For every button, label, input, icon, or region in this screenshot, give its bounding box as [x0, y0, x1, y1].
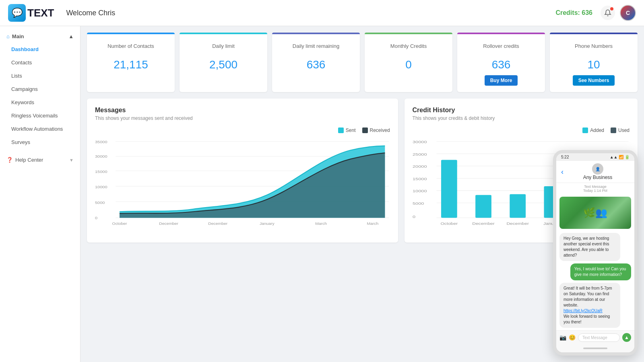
stat-card-monthly: Monthly Credits 0 [365, 33, 452, 92]
legend-used-label: Used [618, 128, 630, 133]
stat-value-monthly: 0 [369, 58, 448, 71]
header-icons: C [601, 5, 636, 21]
sidebar-item-ringless[interactable]: Ringless Voicemails [0, 109, 80, 122]
legend-sent-dot [338, 128, 344, 133]
svg-text:30000: 30000 [95, 154, 107, 158]
credit-chart-subtitle: This shows your credits & debit history [413, 115, 630, 121]
legend-used: Used [611, 128, 630, 133]
sidebar-item-label: Lists [11, 73, 22, 79]
stat-card-contacts: Number of Contacts 21,115 [87, 33, 175, 92]
stat-card-rollover: Rollover credits 636 Buy More [457, 33, 545, 92]
phone-contact-avatar: 👤 [592, 163, 603, 175]
sidebar-item-contacts[interactable]: Contacts [0, 56, 80, 69]
svg-text:0: 0 [413, 214, 415, 218]
phone-text-input[interactable]: Text Message [578, 333, 620, 342]
svg-text:December: December [159, 222, 179, 226]
stat-card-daily-limit: Daily limit 2,500 [180, 33, 267, 92]
phone-nav: ‹ 👤 Any Business [556, 161, 634, 183]
sidebar-main-section[interactable]: ⌂ Main ▲ [0, 30, 80, 43]
stat-label-daily-limit: Daily limit [184, 39, 262, 53]
messages-chart-area: 35000 30000 15000 10000 5000 0 [95, 138, 390, 234]
phone-input-row: 📷 😊 Text Message ▲ [556, 330, 634, 344]
sidebar-item-label: Workflow Automations [11, 126, 63, 132]
svg-text:10000: 10000 [95, 185, 107, 189]
messages-chart-subtitle: This shows your messages sent and receiv… [95, 115, 390, 121]
credits-display: Credits: 636 [555, 9, 592, 16]
svg-text:March: March [367, 222, 378, 226]
legend-received-dot [362, 128, 368, 133]
header: TEXT Welcome Chris Credits: 636 C [0, 0, 644, 26]
stat-cards-grid: Number of Contacts 21,115 Daily limit 2,… [87, 33, 638, 92]
sidebar-help[interactable]: ❓ Help Center ▼ [0, 153, 80, 167]
sidebar-main-label: Main [12, 33, 24, 39]
phone-send-button[interactable]: ▲ [622, 333, 631, 342]
phone-bubble-2: Yes, I would love to! Can you give me mo… [570, 263, 631, 280]
svg-text:5000: 5000 [95, 200, 105, 204]
legend-received-label: Received [370, 128, 390, 133]
messages-chart-title: Messages [95, 107, 390, 114]
sidebar-item-dashboard[interactable]: Dashboard [0, 43, 80, 56]
bar-oct-added [441, 160, 457, 218]
credit-chart-title: Credit History [413, 107, 630, 114]
notification-icon[interactable] [601, 6, 615, 20]
phone-back-button[interactable]: ‹ [561, 168, 564, 176]
phone-mockup: 5:22 ▲▲ 📶 🔋 ‹ 👤 Any Business Text Messag… [553, 150, 638, 356]
sidebar-item-label: Keywords [11, 99, 34, 105]
svg-text:March: March [315, 222, 327, 226]
svg-text:October: October [440, 221, 458, 225]
phone-input-placeholder: Text Message [582, 335, 607, 340]
sidebar-item-workflow[interactable]: Workflow Automations [0, 122, 80, 136]
stat-value-daily-remaining: 636 [277, 58, 355, 71]
phone-camera-icon[interactable]: 📷 [559, 334, 566, 341]
sidebar-item-surveys[interactable]: Surveys [0, 136, 80, 149]
see-numbers-button[interactable]: See Numbers [573, 75, 615, 86]
sidebar-item-label: Ringless Voicemails [11, 113, 58, 119]
credit-chart-legend: Added Used [413, 128, 630, 133]
svg-text:30000: 30000 [413, 140, 427, 144]
legend-received: Received [362, 128, 390, 133]
phone-bubble-1: Hey Greg, we are hosting another special… [559, 233, 620, 261]
welcome-text: Welcome Chris [66, 9, 555, 17]
stat-label-monthly: Monthly Credits [369, 39, 448, 53]
received-area [120, 153, 385, 218]
sidebar: ⌂ Main ▲ Dashboard Contacts Lists Campai… [0, 26, 80, 362]
messages-chart-legend: Sent Received [95, 128, 390, 133]
sidebar-item-keywords[interactable]: Keywords [0, 96, 80, 109]
messages-chart-svg: 35000 30000 15000 10000 5000 0 [95, 138, 390, 234]
buy-more-button[interactable]: Buy More [485, 75, 518, 86]
legend-added-label: Added [590, 128, 604, 133]
stat-label-phone-numbers: Phone Numbers [555, 39, 633, 53]
phone-emoji-icon[interactable]: 😊 [569, 334, 576, 341]
sidebar-item-label: Dashboard [11, 46, 39, 52]
user-avatar[interactable]: C [620, 5, 636, 21]
svg-text:December: December [506, 221, 529, 225]
svg-text:15000: 15000 [95, 170, 107, 174]
stat-value-phone-numbers: 10 [555, 58, 633, 71]
phone-message-label: Text Message Today 1:14 PM [556, 183, 634, 194]
stat-label-daily-remaining: Daily limit remaining [277, 39, 355, 53]
legend-added-dot [582, 128, 588, 133]
phone-status-bar: 5:22 ▲▲ 📶 🔋 [556, 153, 634, 161]
svg-text:35000: 35000 [95, 140, 107, 144]
messages-chart-card: Messages This shows your messages sent a… [87, 99, 398, 243]
sidebar-item-lists[interactable]: Lists [0, 69, 80, 82]
phone-signals: ▲▲ 📶 🔋 [610, 155, 630, 159]
home-icon: ⌂ [6, 33, 10, 39]
phone-messages-area: Hey Greg, we are hosting another special… [556, 194, 634, 330]
legend-sent-label: Sent [346, 128, 356, 133]
phone-event-image [559, 197, 631, 229]
svg-text:15000: 15000 [413, 177, 427, 181]
sidebar-item-campaigns[interactable]: Campaigns [0, 82, 80, 96]
stat-value-rollover: 636 [462, 58, 540, 71]
phone-link[interactable]: https://bit.ly/2kcOUaR [564, 309, 603, 313]
svg-text:December: December [208, 222, 228, 226]
bar-dec2-added [510, 194, 526, 218]
help-icon: ❓ [6, 157, 13, 163]
legend-added: Added [582, 128, 604, 133]
main-layout: ⌂ Main ▲ Dashboard Contacts Lists Campai… [0, 26, 644, 362]
logo-text: TEXT [27, 7, 54, 19]
svg-text:25000: 25000 [413, 152, 427, 156]
stat-value-contacts: 21,115 [92, 58, 170, 71]
svg-text:20000: 20000 [413, 165, 427, 169]
legend-used-dot [611, 128, 616, 133]
